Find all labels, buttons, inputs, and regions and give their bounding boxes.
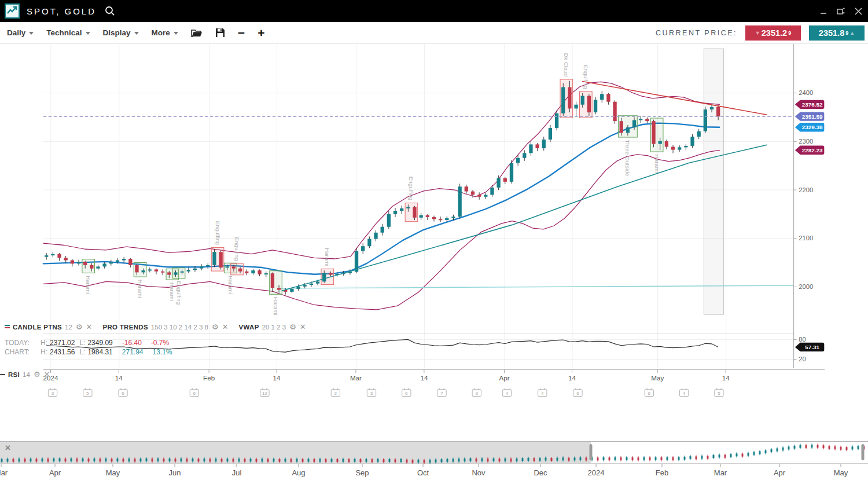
indicator-legend-row: CANDLE PTNS 12 ⚙ ✕ PRO TRENDS 150 3 10 2… — [5, 323, 306, 331]
menu-more[interactable]: More — [152, 28, 178, 37]
svg-text:3: 3 — [476, 391, 479, 396]
minimize-icon[interactable] — [820, 8, 827, 14]
symbol-title: SPOT, GOLD — [27, 6, 96, 16]
restore-icon[interactable] — [836, 7, 845, 15]
svg-text:5: 5 — [86, 391, 89, 396]
navigator-right-handle[interactable] — [862, 444, 865, 460]
calendar-icon[interactable]: 3 — [472, 389, 481, 397]
svg-text:Apr: Apr — [499, 374, 509, 382]
moving-average — [43, 123, 720, 274]
calendar-icon[interactable]: 3 — [367, 389, 376, 397]
stats-panel: TODAY: H:2371.02 L:2349.09 -16.40 -0.7% … — [5, 339, 172, 357]
time-axis: 202414Feb14Mar14Apr14May14 — [43, 369, 825, 382]
gear-icon[interactable]: ⚙ — [289, 323, 296, 331]
chevron-down-icon — [174, 32, 178, 35]
bid-price-badge: ▼ 2351.29 — [745, 25, 801, 41]
grid — [43, 44, 793, 368]
pattern-label: Engulfing — [215, 221, 221, 245]
svg-text:Mar: Mar — [714, 468, 727, 477]
svg-text:2300: 2300 — [799, 138, 813, 145]
svg-text:12: 12 — [262, 391, 268, 396]
pattern-label: Harami — [273, 297, 279, 316]
remove-indicator-icon[interactable]: ✕ — [300, 323, 306, 331]
svg-text:Jul: Jul — [232, 468, 242, 477]
arrow-down-icon: ▼ — [755, 31, 760, 36]
svg-text:2351.59: 2351.59 — [802, 113, 823, 120]
chevron-down-icon — [29, 32, 34, 35]
svg-text:Nov: Nov — [472, 468, 486, 477]
calendar-icon[interactable]: 7 — [437, 389, 446, 397]
svg-text:6: 6 — [122, 391, 124, 396]
calendar-icon[interactable]: 2 — [331, 389, 340, 397]
calendar-icon[interactable]: 12 — [260, 389, 269, 397]
pattern-label: Harami — [227, 276, 234, 294]
chevron-down-icon — [134, 32, 139, 35]
price-badge-2376.52: 2376.52 — [795, 100, 824, 109]
save-icon[interactable] — [215, 28, 225, 38]
calendar-icon[interactable]: 5 — [83, 389, 92, 397]
remove-indicator-icon[interactable]: ✕ — [222, 323, 229, 331]
gear-icon[interactable]: ⚙ — [76, 323, 83, 331]
svg-text:3: 3 — [52, 391, 54, 396]
rsi-value-badge: 57.31 — [795, 343, 824, 351]
svg-text:3: 3 — [370, 391, 373, 396]
svg-text:5: 5 — [718, 391, 720, 396]
calendar-icon[interactable]: 6 — [190, 389, 198, 397]
overlay-lines — [43, 82, 793, 310]
zoom-out-button[interactable]: − — [238, 27, 245, 39]
chevron-down-icon — [86, 32, 90, 35]
svg-text:2329.38: 2329.38 — [802, 124, 823, 130]
close-icon[interactable] — [855, 8, 862, 15]
candle-ptns-swatch-icon — [5, 325, 10, 329]
svg-text:May: May — [106, 468, 120, 477]
price-badge-2351.59: 2351.59 — [795, 112, 824, 121]
calendar-icon[interactable]: 3 — [48, 389, 57, 397]
zoom-in-button[interactable]: + — [258, 27, 264, 39]
title-bar: SPOT, GOLD — [0, 0, 868, 22]
pattern-label: Harami — [654, 155, 660, 173]
svg-text:Dec: Dec — [534, 468, 547, 477]
svg-text:4: 4 — [506, 391, 509, 396]
menu-daily[interactable]: Daily — [7, 28, 34, 37]
legend-vwap: VWAP — [239, 324, 259, 331]
svg-text:Aug: Aug — [292, 468, 305, 477]
search-icon[interactable] — [104, 5, 116, 17]
calendar-icon[interactable]: 5 — [715, 389, 723, 397]
calendar-icon[interactable]: 4 — [538, 389, 547, 397]
calendar-icon[interactable]: 6 — [119, 389, 127, 397]
calendar-icon[interactable]: 6 — [645, 389, 653, 397]
menu-display[interactable]: Display — [103, 28, 139, 37]
pattern-label: Engulfing — [234, 237, 240, 261]
svg-text:6: 6 — [648, 391, 651, 396]
chart-change-pct: 13.1% — [153, 348, 172, 357]
today-change: -16.40 — [122, 339, 142, 348]
price-badge-2282.23: 2282.23 — [795, 146, 824, 155]
svg-text:80: 80 — [799, 336, 806, 343]
svg-text:2376.52: 2376.52 — [802, 101, 823, 108]
svg-text:4: 4 — [683, 391, 686, 396]
rsi-legend: RSI 14 ⚙ ✕ — [0, 370, 50, 379]
menu-technical[interactable]: Technical — [46, 28, 90, 37]
navigator-close-icon[interactable]: ✕ — [5, 444, 11, 452]
calendar-icon[interactable]: 6 — [402, 389, 411, 397]
pattern-label: Dk Cloud — [563, 53, 569, 77]
gear-icon[interactable]: ⚙ — [34, 370, 41, 379]
price-badge-2329.38: 2329.38 — [795, 123, 824, 131]
today-change-pct: -0.7% — [151, 339, 169, 348]
navigator-left-handle[interactable] — [590, 444, 593, 460]
svg-text:Mar: Mar — [0, 468, 8, 477]
main-chart[interactable]: HaramiHaramiHaramiEngulfingEngulfingHara… — [0, 44, 868, 441]
app-logo-icon — [5, 3, 20, 19]
open-folder-icon[interactable] — [191, 28, 203, 38]
selection-highlight — [704, 49, 723, 314]
calendar-icon[interactable]: 6 — [573, 389, 582, 397]
arrow-up-icon: ▲ — [849, 31, 855, 36]
navigator[interactable]: ✕MarAprMayJunJulAugSepOctNovDec2024FebMa… — [0, 441, 868, 480]
gear-icon[interactable]: ⚙ — [212, 323, 219, 331]
calendar-icon[interactable]: 4 — [679, 389, 688, 397]
remove-indicator-icon[interactable]: ✕ — [44, 370, 50, 379]
pattern-label: Harami — [324, 248, 330, 266]
svg-text:6: 6 — [405, 391, 408, 396]
calendar-icon[interactable]: 4 — [502, 389, 511, 397]
remove-indicator-icon[interactable]: ✕ — [86, 323, 93, 331]
